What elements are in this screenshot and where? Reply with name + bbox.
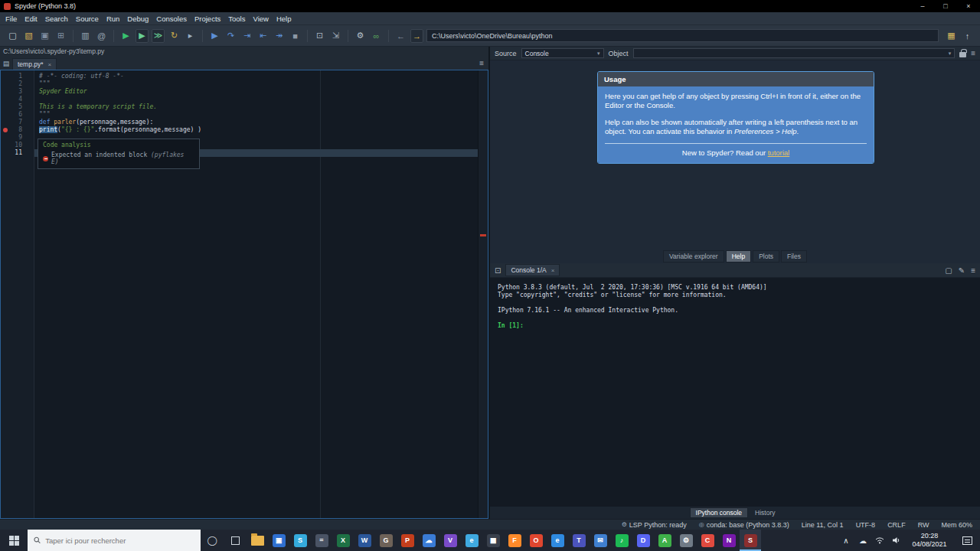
menu-debug[interactable]: Debug: [123, 15, 152, 23]
tab-plots[interactable]: Plots: [753, 250, 779, 262]
tab-close-icon[interactable]: ×: [551, 267, 555, 274]
new-file-icon[interactable]: ▢: [6, 29, 19, 43]
minimize-button[interactable]: –: [911, 0, 934, 12]
tab-ipython-console[interactable]: IPython console: [690, 507, 748, 518]
editor-scrollbar[interactable]: [478, 70, 488, 518]
taskbar-app-opera[interactable]: O: [525, 530, 547, 551]
taskbar-search-box[interactable]: [28, 530, 201, 551]
editor-options-menu-icon[interactable]: ≡: [479, 59, 484, 67]
ipython-console-output[interactable]: Python 3.8.3 (default, Jul 2 2020, 17:30…: [490, 278, 980, 507]
cortana-button[interactable]: ◯: [201, 530, 224, 551]
menu-edit[interactable]: Edit: [21, 15, 41, 23]
back-icon[interactable]: ←: [394, 29, 407, 43]
run-selection-icon[interactable]: ▸: [184, 29, 197, 43]
options-menu-icon[interactable]: ≡: [971, 266, 975, 275]
tab-files[interactable]: Files: [781, 250, 807, 262]
taskbar-app-excel[interactable]: X: [332, 530, 354, 551]
taskbar-app-anaconda[interactable]: A: [654, 530, 675, 551]
preferences-icon[interactable]: ⚙: [354, 29, 367, 43]
taskbar-app-discord[interactable]: D: [632, 530, 654, 551]
save-icon[interactable]: ▣: [38, 29, 51, 43]
console-tab[interactable]: Console 1/A ×: [505, 264, 560, 276]
new-window-icon[interactable]: ⊡: [495, 266, 501, 275]
taskbar-clock[interactable]: 20:28 04/08/2021: [905, 532, 954, 549]
start-button[interactable]: [0, 530, 28, 551]
taskbar-app-powerpoint[interactable]: P: [397, 530, 418, 551]
working-directory-input[interactable]: [426, 29, 939, 42]
tab-history[interactable]: History: [750, 508, 780, 517]
inspect-icon[interactable]: ▢: [945, 266, 952, 275]
taskbar-app-visual-studio[interactable]: V: [439, 530, 461, 551]
continue-icon[interactable]: ↠: [273, 29, 286, 43]
step-into-icon[interactable]: ⇥: [240, 29, 253, 43]
taskbar-app-settings[interactable]: ⚙: [675, 530, 697, 551]
taskbar-app-browser[interactable]: e: [461, 530, 482, 551]
help-source-dropdown[interactable]: Console ▾: [521, 48, 604, 58]
taskbar-app-file-explorer[interactable]: [247, 530, 268, 551]
taskbar-app-skype[interactable]: S: [289, 530, 311, 551]
maximize-button[interactable]: □: [934, 0, 957, 12]
wifi-icon[interactable]: [871, 536, 888, 544]
taskbar-app-edge[interactable]: e: [547, 530, 568, 551]
menu-help[interactable]: Help: [273, 15, 296, 23]
help-options-menu-icon[interactable]: ≡: [971, 49, 975, 57]
taskbar-app-teams[interactable]: T: [568, 530, 590, 551]
stop-icon[interactable]: ■: [289, 29, 302, 43]
edit-icon[interactable]: ✎: [959, 266, 965, 275]
help-object-combobox[interactable]: ▾: [633, 48, 956, 58]
taskbar-app-calculator[interactable]: =: [311, 530, 332, 551]
pythonpath-icon[interactable]: ∞: [370, 29, 383, 43]
taskbar-app-gimp[interactable]: G: [375, 530, 397, 551]
taskbar-app-photos[interactable]: ▣: [268, 530, 289, 551]
tab-help[interactable]: Help: [726, 250, 751, 262]
menu-tools[interactable]: Tools: [224, 15, 249, 23]
taskbar-app-mail[interactable]: ✉: [590, 530, 611, 551]
taskbar-app-spyder[interactable]: S: [740, 530, 761, 551]
onedrive-tray-icon[interactable]: ☁: [854, 536, 871, 545]
tray-chevron-up-icon[interactable]: ∧: [838, 536, 854, 545]
menu-run[interactable]: Run: [103, 15, 123, 23]
save-all-icon[interactable]: ⊞: [54, 29, 67, 43]
maximize-pane-icon[interactable]: ⊡: [313, 29, 326, 43]
open-file-icon[interactable]: ▧: [22, 29, 35, 43]
taskbar-app-chrome[interactable]: C: [697, 530, 718, 551]
run-file-icon[interactable]: ▶: [119, 29, 132, 43]
volume-icon[interactable]: [888, 536, 905, 544]
code-editor[interactable]: 1# -*- coding: utf-8 -*-2"""3Spyder Edit…: [0, 70, 488, 519]
create-cell-icon[interactable]: ▥: [79, 29, 92, 43]
search-input[interactable]: [45, 536, 194, 545]
taskbar-app-onenote[interactable]: N: [718, 530, 740, 551]
find-icon[interactable]: @: [95, 29, 108, 43]
run-cell-advance-icon[interactable]: ≫: [152, 29, 165, 43]
window-caption-buttons: – □ ×: [911, 0, 980, 12]
file-list-icon[interactable]: ▤: [0, 60, 12, 67]
menu-consoles[interactable]: Consoles: [152, 15, 191, 23]
next-icon[interactable]: →: [410, 29, 423, 43]
fullscreen-icon[interactable]: ⇲: [329, 29, 342, 43]
taskbar-app-spotify[interactable]: ♪: [611, 530, 632, 551]
taskbar-app-firefox[interactable]: F: [504, 530, 525, 551]
menu-view[interactable]: View: [249, 15, 272, 23]
lock-icon[interactable]: [959, 52, 966, 57]
menu-search[interactable]: Search: [41, 15, 72, 23]
run-cell-icon[interactable]: ▶: [136, 29, 149, 43]
editor-tab-temp-py[interactable]: temp.py* ×: [12, 58, 57, 70]
tab-variable-explorer[interactable]: Variable explorer: [663, 250, 724, 262]
tab-close-icon[interactable]: ×: [48, 61, 52, 68]
tutorial-link[interactable]: tutorial: [768, 148, 790, 157]
parent-directory-icon[interactable]: ↑: [961, 29, 974, 43]
rerun-cell-icon[interactable]: ↻: [168, 29, 181, 43]
debug-file-icon[interactable]: ▶: [208, 29, 221, 43]
menu-projects[interactable]: Projects: [191, 15, 224, 23]
menu-file[interactable]: File: [2, 15, 21, 23]
browse-working-directory-icon[interactable]: ▦: [945, 29, 958, 43]
taskbar-app-onedrive[interactable]: ☁: [418, 530, 439, 551]
step-out-icon[interactable]: ⇤: [256, 29, 270, 43]
taskbar-app-word[interactable]: W: [354, 530, 375, 551]
task-view-button[interactable]: [224, 530, 247, 551]
action-center-button[interactable]: [954, 536, 980, 545]
taskbar-app-photos-dark[interactable]: ▦: [482, 530, 504, 551]
close-button[interactable]: ×: [957, 0, 980, 12]
menu-source[interactable]: Source: [72, 15, 103, 23]
step-over-icon[interactable]: ↷: [224, 29, 237, 43]
